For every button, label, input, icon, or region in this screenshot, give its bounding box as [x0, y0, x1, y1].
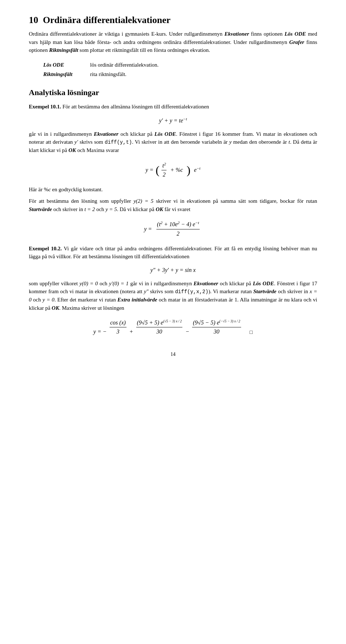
chapter-title: 10 Ordinära differentialekvationer [29, 14, 317, 26]
definition-row-1: Lös ODE lös ordinär differentialekvation… [43, 60, 166, 70]
example1-text5: För att bestämma den lösning som uppfyll… [29, 197, 317, 213]
example2-label: Exempel 10.2. [29, 246, 62, 251]
definition-term-2: Riktningsfält [43, 70, 90, 79]
equation-ode2: y″ + 3y′ + y = sin x [29, 266, 317, 274]
definition-desc-1: lös ordinär differentialekvation. [90, 60, 166, 70]
section-title: Analytiska lösningar [29, 86, 317, 98]
equation1: y′ + y = te−t [29, 116, 317, 125]
page-number: 14 [29, 350, 317, 358]
equation2: y = ( t2 2 + %c ) e−t [29, 161, 317, 179]
example1-label-text: Exempel 10.1. För att bestämma den allmä… [29, 103, 317, 111]
example2-label-text: Exempel 10.2. Vi går vidare och tittar p… [29, 245, 317, 261]
definitions-table: Lös ODE lös ordinär differentialekvation… [43, 60, 166, 79]
equation3: y = (t2 + 10e2 − 4) e−t 2 [29, 220, 317, 238]
example2-text2: som uppfyller vilkoret y(0) = 0 och y′(0… [29, 279, 317, 312]
definition-row-2: Riktningsfält rita riktningsfält. [43, 70, 166, 79]
definition-desc-2: rita riktningsfält. [90, 70, 166, 79]
example1-text4: Här är %c en godtycklig konstant. [29, 185, 317, 194]
chapter-title-text: Ordinära differentialekvationer [43, 15, 170, 25]
equation-final: y = − cos (x) 3 + (9√5 + 5) e(√5 − 3) x … [29, 318, 317, 336]
definition-term-1: Lös ODE [43, 60, 90, 70]
chapter-number: 10 [29, 15, 38, 25]
intro-paragraph: Ordinära differentialekvationer är vikti… [29, 30, 317, 54]
example1-label: Exempel 10.1. [29, 104, 61, 109]
example1-text2: går vi in i rullgardinsmenyn Ekvationer … [29, 130, 317, 155]
